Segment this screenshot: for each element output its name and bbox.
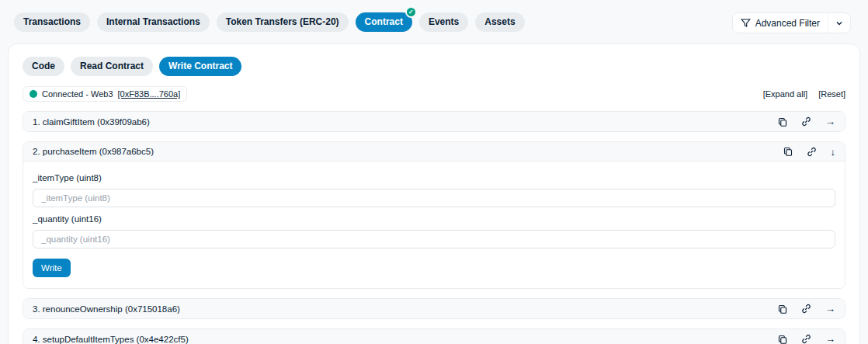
tab-token-transfers[interactable]: Token Transfers (ERC-20) xyxy=(217,12,349,32)
field-label-quantity: _quantity (uint16) xyxy=(33,214,835,224)
accordion-actions: [Expand all] [Reset] xyxy=(763,89,845,99)
advanced-filter-button[interactable]: Advanced Filter xyxy=(732,12,851,33)
permalink-icon[interactable] xyxy=(801,304,811,314)
permalink-icon[interactable] xyxy=(807,147,817,157)
contract-card: Code Read Contract Write Contract Connec… xyxy=(8,43,860,344)
copy-icon[interactable] xyxy=(778,335,787,344)
address-tabs: Transactions Internal Transactions Token… xyxy=(14,12,525,32)
permalink-icon[interactable] xyxy=(801,116,811,127)
reset-link[interactable]: [Reset] xyxy=(818,89,845,99)
quantity-input[interactable] xyxy=(33,230,835,248)
tab-events[interactable]: Events xyxy=(419,12,468,32)
connection-status-text: Connected - Web3 xyxy=(42,89,113,99)
connected-dot-icon xyxy=(30,90,37,98)
write-button[interactable]: Write xyxy=(33,259,71,277)
copy-icon[interactable] xyxy=(783,147,793,156)
expand-all-link[interactable]: [Expand all] xyxy=(763,89,807,99)
wallet-connection-status[interactable]: Connected - Web3 [0xF83B....760a] xyxy=(23,86,187,102)
method-header[interactable]: 1. claimGiftItem (0x39f09ab6) → xyxy=(23,112,845,131)
connection-row: Connected - Web3 [0xF83B....760a] [Expan… xyxy=(23,86,845,102)
expand-arrow-icon[interactable]: → xyxy=(825,116,835,127)
method-title: 3. renounceOwnership (0x715018a6) xyxy=(33,304,180,314)
method-header[interactable]: 3. renounceOwnership (0x715018a6) → xyxy=(23,299,845,318)
copy-icon[interactable] xyxy=(778,117,787,127)
chevron-down-icon xyxy=(835,19,843,27)
method-title: 4. setupDefaultItemTypes (0x4e422cf5) xyxy=(33,335,189,344)
expand-arrow-icon[interactable]: → xyxy=(825,304,835,314)
tab-code[interactable]: Code xyxy=(23,57,64,76)
method-body: _itemType (uint8) _quantity (uint16) Wri… xyxy=(23,162,845,288)
method-header[interactable]: 4. setupDefaultItemTypes (0x4e422cf5) → xyxy=(23,329,845,344)
field-label-itemType: _itemType (uint8) xyxy=(33,173,835,182)
method-row-purchaseItem: 2. purchaseItem (0x987a6bc5) ↓ _itemType… xyxy=(23,141,845,289)
funnel-icon xyxy=(741,18,751,28)
method-row-claimGiftItem: 1. claimGiftItem (0x39f09ab6) → xyxy=(23,111,845,132)
method-row-setupDefaultItemTypes: 4. setupDefaultItemTypes (0x4e422cf5) → xyxy=(23,328,845,344)
itemType-input[interactable] xyxy=(33,189,835,207)
expand-arrow-icon[interactable]: → xyxy=(825,334,835,344)
advanced-filter-dropdown[interactable] xyxy=(828,13,850,33)
tab-contract[interactable]: Contract ✓ xyxy=(356,12,412,32)
advanced-filter-label: Advanced Filter xyxy=(755,18,820,29)
method-title: 1. claimGiftItem (0x39f09ab6) xyxy=(33,117,150,127)
method-title: 2. purchaseItem (0x987a6bc5) xyxy=(33,147,154,156)
method-header[interactable]: 2. purchaseItem (0x987a6bc5) ↓ xyxy=(23,142,845,162)
connected-address-link[interactable]: [0xF83B....760a] xyxy=(118,89,181,99)
tab-contract-label: Contract xyxy=(365,16,403,27)
tab-assets[interactable]: Assets xyxy=(475,12,524,32)
collapse-arrow-icon[interactable]: ↓ xyxy=(831,147,836,157)
tab-transactions[interactable]: Transactions xyxy=(14,12,90,32)
tab-read-contract[interactable]: Read Contract xyxy=(71,57,153,76)
method-row-renounceOwnership: 3. renounceOwnership (0x715018a6) → xyxy=(23,298,845,319)
contract-sub-tabs: Code Read Contract Write Contract xyxy=(23,57,845,76)
permalink-icon[interactable] xyxy=(801,334,811,344)
page-tab-bar: Transactions Internal Transactions Token… xyxy=(0,0,868,33)
tab-internal-transactions[interactable]: Internal Transactions xyxy=(97,12,210,32)
verified-check-icon: ✓ xyxy=(405,6,417,18)
tab-write-contract[interactable]: Write Contract xyxy=(159,57,241,76)
copy-icon[interactable] xyxy=(778,304,787,314)
